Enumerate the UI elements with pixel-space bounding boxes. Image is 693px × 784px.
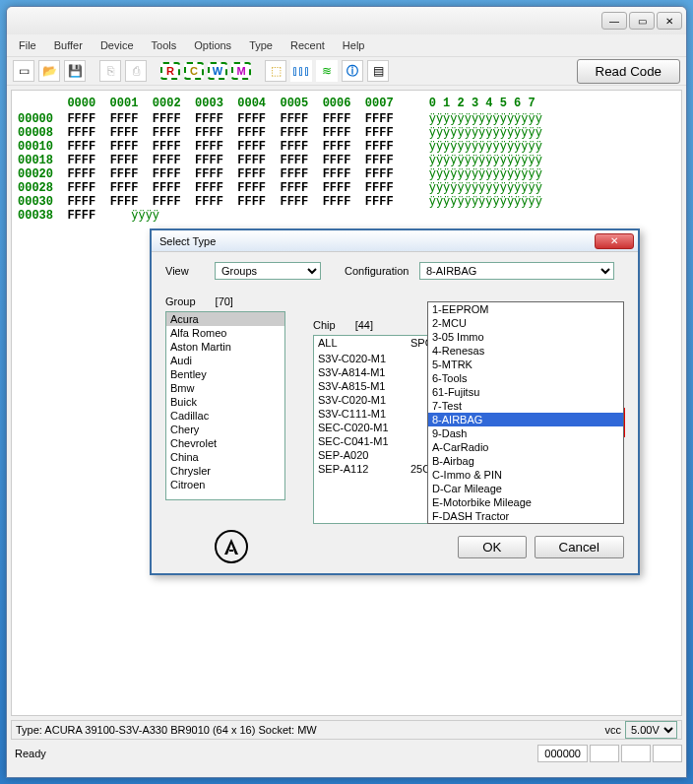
- select-type-dialog: Select Type ✕ View Groups Configuration …: [150, 229, 640, 575]
- menu-device[interactable]: Device: [93, 37, 142, 53]
- status-cell-3: [621, 745, 651, 762]
- group-item[interactable]: Bentley: [166, 367, 284, 381]
- configuration-label: Configuration: [345, 265, 413, 277]
- new-icon[interactable]: ▭: [13, 60, 34, 82]
- hex-row[interactable]: 00000 FFFF FFFF FFFF FFFF FFFF FFFF FFFF…: [18, 112, 675, 126]
- config-option[interactable]: 6-Tools: [428, 371, 623, 385]
- config-option[interactable]: 3-05 Immo: [428, 330, 623, 344]
- vcc-label: vcc: [601, 724, 626, 736]
- info-icon[interactable]: ⓘ: [342, 60, 363, 82]
- hex-row[interactable]: 00030 FFFF FFFF FFFF FFFF FFFF FFFF FFFF…: [18, 195, 675, 209]
- group-item[interactable]: Chevrolet: [166, 436, 284, 450]
- menu-options[interactable]: Options: [186, 37, 239, 53]
- group-listbox[interactable]: AcuraAlfa RomeoAston MartinAudiBentleyBm…: [165, 311, 285, 500]
- cancel-button[interactable]: Cancel: [535, 536, 625, 558]
- group-item[interactable]: China: [166, 450, 284, 464]
- titlebar: — ▭ ✕: [7, 7, 686, 34]
- config-option[interactable]: C-Immo & PIN: [428, 468, 623, 482]
- config-option[interactable]: 61-Fujitsu: [428, 385, 623, 399]
- chip-count: [44]: [355, 319, 373, 331]
- hex-row[interactable]: 00028 FFFF FFFF FFFF FFFF FFFF FFFF FFFF…: [18, 181, 675, 195]
- menu-help[interactable]: Help: [335, 37, 373, 53]
- group-count: [70]: [216, 295, 233, 307]
- close-window-button[interactable]: ✕: [657, 12, 682, 30]
- group-item[interactable]: Chery: [166, 423, 284, 436]
- group-item[interactable]: Alfa Romeo: [166, 326, 284, 340]
- paste-icon[interactable]: ⎙: [125, 60, 147, 82]
- hex-row[interactable]: 00008 FFFF FFFF FFFF FFFF FFFF FFFF FFFF…: [18, 126, 675, 140]
- group-item[interactable]: Cadillac: [166, 409, 284, 423]
- menu-recent[interactable]: Recent: [283, 37, 333, 53]
- menu-file[interactable]: File: [11, 37, 44, 53]
- menu-tools[interactable]: Tools: [144, 37, 185, 53]
- status-cell-4: [653, 745, 682, 762]
- compare-chip-icon[interactable]: C: [184, 62, 204, 80]
- write-chip-icon[interactable]: W: [208, 62, 227, 80]
- config-option[interactable]: 9-Dash: [428, 426, 623, 440]
- view-label: View: [165, 265, 209, 277]
- read-chip-icon[interactable]: R: [160, 62, 180, 80]
- group-item[interactable]: Citroen: [166, 478, 284, 491]
- hex-header: 0000 0001 0002 0003 0004 0005 0006 0007 …: [18, 97, 675, 110]
- dialog-close-button[interactable]: ✕: [595, 233, 634, 249]
- configuration-dropdown[interactable]: 1-EEPROM2-MCU3-05 Immo4-Renesas5-MTRK6-T…: [427, 301, 624, 524]
- config-option[interactable]: F-DASH Tractor: [428, 509, 623, 523]
- hex-row[interactable]: 00018 FFFF FFFF FFFF FFFF FFFF FFFF FFFF…: [18, 154, 675, 167]
- hex-row[interactable]: 00038 FFFF ÿÿÿÿ: [18, 209, 675, 223]
- menu-type[interactable]: Type: [241, 37, 281, 53]
- dialog-title: Select Type: [156, 235, 595, 247]
- hex-edit-icon[interactable]: ⬚: [265, 60, 286, 82]
- status-bar-top: Type: ACURA 39100-S3V-A330 BR9010 (64 x …: [11, 720, 682, 740]
- status-ready: Ready: [11, 748, 536, 759]
- config-option[interactable]: 8-AIRBAG: [428, 413, 623, 426]
- type-info: Type: ACURA 39100-S3V-A330 BR9010 (64 x …: [16, 724, 601, 736]
- brand-logo: [215, 530, 248, 563]
- group-item[interactable]: Bmw: [166, 381, 284, 395]
- status-cell-2: [590, 745, 619, 762]
- group-item[interactable]: Aston Martin: [166, 340, 284, 354]
- hex-row[interactable]: 00020 FFFF FFFF FFFF FFFF FFFF FFFF FFFF…: [18, 167, 675, 181]
- copy-icon[interactable]: ⎘: [99, 60, 121, 82]
- status-counter: 000000: [537, 745, 588, 762]
- group-item[interactable]: Audi: [166, 354, 284, 367]
- ok-button[interactable]: OK: [458, 536, 526, 558]
- hex-row[interactable]: 00010 FFFF FFFF FFFF FFFF FFFF FFFF FFFF…: [18, 140, 675, 154]
- config-option[interactable]: B-Airbag: [428, 454, 623, 468]
- modify-chip-icon[interactable]: M: [231, 62, 251, 80]
- maximize-button[interactable]: ▭: [629, 12, 655, 30]
- config-option[interactable]: 4-Renesas: [428, 344, 623, 358]
- open-icon[interactable]: 📂: [38, 60, 60, 82]
- car-icon[interactable]: ≋: [316, 60, 338, 82]
- config-option[interactable]: E-Motorbike Mileage: [428, 495, 623, 509]
- group-item[interactable]: Acura: [166, 312, 284, 326]
- read-code-button[interactable]: Read Code: [577, 59, 680, 84]
- config-option[interactable]: D-Car Mileage: [428, 482, 623, 495]
- view-select[interactable]: Groups: [215, 262, 321, 280]
- group-label: Group: [165, 295, 196, 307]
- configuration-select[interactable]: 8-AIRBAG: [419, 262, 614, 280]
- vcc-select[interactable]: 5.00V: [625, 721, 677, 739]
- group-item[interactable]: Chrysler: [166, 464, 284, 478]
- menu-buffer[interactable]: Buffer: [46, 37, 91, 53]
- group-item[interactable]: Buick: [166, 395, 284, 409]
- dialog-titlebar: Select Type ✕: [152, 230, 638, 252]
- config-option[interactable]: 1-EEPROM: [428, 302, 623, 316]
- config-option[interactable]: 7-Test: [428, 399, 623, 413]
- status-bar-bottom: Ready 000000: [11, 744, 682, 763]
- minimize-button[interactable]: —: [601, 12, 627, 30]
- config-option[interactable]: 5-MTRK: [428, 358, 623, 371]
- sliders-icon[interactable]: ⫿⫿⫿: [290, 60, 312, 82]
- toolbar: ▭ 📂 💾 ⎘ ⎙ R C W M ⬚ ⫿⫿⫿ ≋ ⓘ ▤ Read Code: [7, 56, 686, 86]
- config-option[interactable]: 2-MCU: [428, 316, 623, 330]
- chip-label: Chip: [313, 319, 336, 331]
- save-icon[interactable]: 💾: [64, 60, 86, 82]
- menubar: FileBufferDeviceToolsOptionsTypeRecentHe…: [7, 34, 686, 56]
- list-icon[interactable]: ▤: [367, 60, 389, 82]
- config-option[interactable]: A-CarRadio: [428, 440, 623, 454]
